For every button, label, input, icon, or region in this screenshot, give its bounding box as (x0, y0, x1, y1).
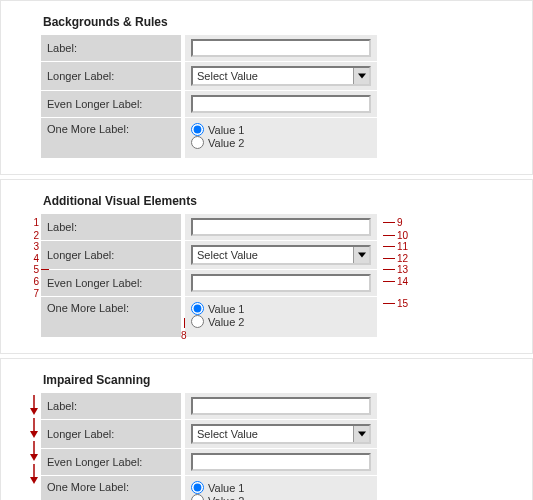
field-label: Longer Label: (47, 428, 114, 440)
label-cell: Even Longer Label: (41, 270, 181, 296)
field-label: One More Label: (47, 302, 129, 314)
field-label: Even Longer Label: (47, 98, 142, 110)
label-cell: Longer Label: (41, 420, 181, 448)
radio-input[interactable] (191, 123, 204, 136)
radio-label: Value 2 (208, 137, 245, 149)
label-cell: Longer Label: (41, 62, 181, 90)
arrow-down-icon (29, 441, 39, 463)
svg-marker-9 (30, 477, 38, 484)
label-cell: Even Longer Label: (41, 449, 181, 475)
arrow-down-icon (29, 395, 39, 417)
input-cell: Select Value (185, 241, 377, 269)
text-input[interactable] (191, 218, 371, 236)
svg-marker-5 (30, 431, 38, 438)
input-cell (185, 91, 377, 117)
chevron-down-icon (353, 68, 369, 84)
select-dropdown[interactable]: Select Value (191, 245, 371, 265)
radio-group: Value 1 Value 2 (191, 302, 245, 328)
svg-marker-3 (30, 408, 38, 415)
radio-input[interactable] (191, 136, 204, 149)
radio-label: Value 1 (208, 482, 245, 494)
form-grid: Label: Longer Label: Select Value Even L… (41, 393, 512, 500)
input-cell: Value 1 Value 2 (185, 118, 377, 158)
label-cell: Label: (41, 393, 181, 419)
section-heading: Backgrounds & Rules (43, 15, 512, 29)
field-label: Label: (47, 42, 77, 54)
annotation-label: 3 (19, 241, 39, 252)
label-cell: One More Label: (41, 297, 181, 337)
select-value: Select Value (197, 70, 258, 82)
field-label: Longer Label: (47, 70, 114, 82)
field-label: One More Label: (47, 123, 129, 135)
input-cell (185, 449, 377, 475)
text-input[interactable] (191, 95, 371, 113)
section-impaired-scanning: Impaired Scanning Label: Longer Label: S… (0, 358, 533, 500)
input-cell: Value 1 Value 2 (185, 297, 377, 337)
section-heading: Impaired Scanning (43, 373, 512, 387)
radio-group: Value 1 Value 2 (191, 481, 245, 500)
section-additional-visual: Additional Visual Elements 1 2 3 4 5 6 7… (0, 179, 533, 354)
section-heading: Additional Visual Elements (43, 194, 512, 208)
arrow-down-icon (29, 464, 39, 486)
field-label: Even Longer Label: (47, 277, 142, 289)
label-cell: One More Label: (41, 118, 181, 158)
svg-marker-10 (358, 432, 366, 437)
input-cell (185, 270, 377, 296)
radio-input[interactable] (191, 315, 204, 328)
radio-option[interactable]: Value 2 (191, 494, 245, 500)
select-value: Select Value (197, 249, 258, 261)
svg-marker-7 (30, 454, 38, 461)
field-label: Longer Label: (47, 249, 114, 261)
form-grid: Label: Longer Label: Select Value Even L… (41, 35, 512, 158)
annotation-label: 5 (19, 264, 39, 275)
radio-option[interactable]: Value 1 (191, 481, 245, 494)
input-cell: Select Value (185, 62, 377, 90)
radio-label: Value 1 (208, 124, 245, 136)
chevron-down-icon (353, 247, 369, 263)
radio-input[interactable] (191, 481, 204, 494)
radio-label: Value 1 (208, 303, 245, 315)
field-label: Even Longer Label: (47, 456, 142, 468)
input-cell (185, 393, 377, 419)
text-input[interactable] (191, 397, 371, 415)
radio-option[interactable]: Value 2 (191, 315, 245, 328)
annotation-label: 6 (19, 276, 39, 287)
label-cell: Label: (41, 214, 181, 240)
radio-label: Value 2 (208, 316, 245, 328)
input-cell: Select Value (185, 420, 377, 448)
form-grid: Label: Longer Label: Select Value Even L… (41, 214, 512, 337)
svg-marker-1 (358, 253, 366, 258)
select-value: Select Value (197, 428, 258, 440)
radio-group: Value 1 Value 2 (191, 123, 245, 149)
section-backgrounds-rules: Backgrounds & Rules Label: Longer Label:… (0, 0, 533, 175)
input-cell (185, 35, 377, 61)
select-dropdown[interactable]: Select Value (191, 66, 371, 86)
radio-input[interactable] (191, 494, 204, 500)
annotation-label: 4 (19, 253, 39, 264)
radio-option[interactable]: Value 1 (191, 302, 245, 315)
label-cell: One More Label: (41, 476, 181, 500)
chevron-down-icon (353, 426, 369, 442)
radio-label: Value 2 (208, 495, 245, 501)
arrow-down-icon (29, 418, 39, 440)
text-input[interactable] (191, 39, 371, 57)
label-cell: Label: (41, 35, 181, 61)
annotation-label: 1 (19, 217, 39, 228)
annotation-label: 7 (19, 288, 39, 299)
label-cell: Longer Label: (41, 241, 181, 269)
text-input[interactable] (191, 274, 371, 292)
text-input[interactable] (191, 453, 371, 471)
annotation-label: 2 (19, 230, 39, 241)
radio-option[interactable]: Value 1 (191, 123, 245, 136)
radio-option[interactable]: Value 2 (191, 136, 245, 149)
field-label: Label: (47, 221, 77, 233)
radio-input[interactable] (191, 302, 204, 315)
svg-marker-0 (358, 74, 366, 79)
annotation-label: 8 (181, 330, 187, 341)
label-cell: Even Longer Label: (41, 91, 181, 117)
field-label: One More Label: (47, 481, 129, 493)
select-dropdown[interactable]: Select Value (191, 424, 371, 444)
field-label: Label: (47, 400, 77, 412)
input-cell (185, 214, 377, 240)
input-cell: Value 1 Value 2 (185, 476, 377, 500)
